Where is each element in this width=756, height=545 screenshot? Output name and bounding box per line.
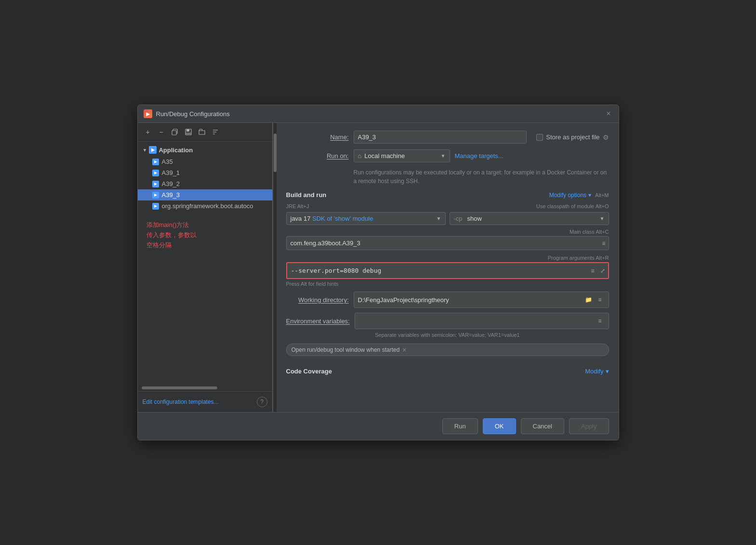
sidebar-scrollbar[interactable] (142, 386, 218, 389)
main-class-file-btn[interactable]: ≡ (599, 238, 608, 249)
cp-select[interactable]: -cp show ▼ (450, 212, 609, 225)
press-alt-hint: Press Alt for field hints (286, 281, 609, 287)
annotation-box: 添加main()方法 传入参数，参数以 空格分隔 (143, 216, 267, 254)
sort-config-button[interactable] (210, 127, 221, 137)
copy-config-button[interactable] (170, 127, 180, 137)
remove-config-button[interactable]: − (156, 127, 167, 137)
program-args-expand-btn[interactable]: ⤢ (597, 266, 608, 276)
sidebar-item-spring[interactable]: ▶ org.springframework.boot.autoco (138, 200, 272, 212)
modify-options-area: Modify options ▾ Alt+M (549, 192, 609, 199)
env-vars-file-btn[interactable]: ≡ (595, 316, 604, 326)
sidebar-tree: ▼ ▶ Application ▶ A35 ▶ A39_1 ▶ A39_2 (138, 142, 272, 385)
chip-close-button[interactable]: × (402, 346, 406, 354)
run-debug-dialog: ▶ Run/Debug Configurations × + − (137, 105, 619, 440)
modify-link-chevron: ▾ (606, 368, 609, 375)
sidebar-item-a39-1[interactable]: ▶ A39_1 (138, 167, 272, 178)
main-class-input[interactable] (287, 237, 599, 250)
working-dir-file-btn[interactable]: ≡ (595, 294, 604, 305)
apply-button[interactable]: Apply (569, 418, 609, 434)
name-section: Name: (286, 131, 527, 144)
sdk-dropdown-arrow: ▼ (437, 216, 441, 221)
save-config-button[interactable] (183, 127, 194, 137)
working-dir-label: Working directory: (286, 296, 349, 304)
sidebar-scroll-thumb[interactable] (274, 133, 277, 172)
help-button[interactable]: ? (257, 397, 267, 407)
add-config-button[interactable]: + (143, 127, 153, 137)
open-tool-window-chip: Open run/debug tool window when started … (286, 344, 609, 356)
modify-options-link[interactable]: Modify options ▾ (549, 192, 591, 199)
tree-group-application[interactable]: ▼ ▶ Application (138, 144, 272, 156)
manage-targets-link[interactable]: Manage targets... (455, 152, 504, 160)
sidebar-item-a39-3[interactable]: ▶ A39_3 (138, 189, 272, 200)
dialog-body: + − (138, 123, 619, 412)
run-button[interactable]: Run (442, 418, 478, 434)
cancel-button[interactable]: Cancel (521, 418, 564, 434)
program-args-hint-row: Program arguments Alt+R (286, 254, 609, 261)
item-label: A39_3 (162, 191, 180, 199)
store-section: Store as project file ⚙ (536, 133, 609, 141)
env-vars-label: Environment variables: (286, 318, 350, 325)
annotation-line1: 添加main()方法 (146, 220, 264, 230)
item-label: org.springframework.boot.autoco (162, 202, 253, 210)
code-coverage-modify-link[interactable]: Modify ▾ (585, 368, 609, 375)
modify-options-text: Modify options (549, 192, 586, 199)
title-bar: ▶ Run/Debug Configurations × (138, 105, 619, 123)
sidebar-item-a39-2[interactable]: ▶ A39_2 (138, 178, 272, 189)
name-store-row: Name: Store as project file ⚙ (286, 131, 609, 144)
code-coverage-label: Code Coverage (286, 368, 332, 375)
run-on-dropdown-arrow: ▼ (441, 153, 446, 159)
home-icon: ⌂ (358, 152, 362, 160)
name-label: Name: (286, 133, 349, 141)
working-dir-input: D:\FengJavaProject\springtheory 📁 ≡ (354, 292, 609, 308)
run-on-select[interactable]: ⌂ Local machine ▼ (354, 149, 450, 162)
folder-config-button[interactable] (197, 127, 207, 137)
close-button[interactable]: × (604, 109, 612, 119)
dialog-footer: Run OK Cancel Apply (138, 412, 619, 440)
main-panel: Name: Store as project file ⚙ Run on: ⌂ … (277, 123, 619, 412)
name-input[interactable] (354, 131, 527, 144)
cp-value: show (465, 215, 597, 222)
main-class-hint: Main class Alt+C (570, 229, 609, 235)
hints-row: JRE Alt+J Use classpath of module Alt+O (286, 203, 609, 211)
sidebar-footer: Edit configuration templates... ? (138, 391, 272, 412)
program-args-input[interactable] (287, 263, 588, 278)
svg-rect-3 (186, 129, 189, 132)
gear-icon[interactable]: ⚙ (603, 133, 609, 141)
modify-shortcut-hint: Alt+M (595, 192, 609, 198)
run-on-description: Run configurations may be executed local… (354, 168, 609, 186)
svg-rect-1 (172, 131, 176, 135)
run-on-row: Run on: ⌂ Local machine ▼ Manage targets… (286, 149, 609, 162)
item-label: A39_1 (162, 169, 180, 176)
working-dir-folder-btn[interactable]: 📁 (582, 294, 595, 305)
store-project-checkbox[interactable] (536, 134, 543, 141)
env-vars-input[interactable]: ≡ (355, 313, 609, 329)
local-machine-text: Local machine (364, 152, 438, 160)
group-chevron: ▼ (143, 147, 147, 153)
app-icon: ▶ (144, 109, 152, 118)
sdk-select[interactable]: java 17 SDK of 'show' module ▼ (286, 212, 446, 225)
sidebar-toolbar: + − (138, 123, 272, 142)
edit-templates-link[interactable]: Edit configuration templates... (143, 399, 219, 405)
item-icon: ▶ (152, 159, 159, 165)
ok-button[interactable]: OK (483, 418, 516, 434)
item-label: A39_2 (162, 180, 180, 187)
modify-link-text: Modify (585, 368, 603, 375)
working-dir-row: Working directory: D:\FengJavaProject\sp… (286, 292, 609, 308)
main-class-row: ≡ (286, 236, 609, 250)
item-icon: ▶ (152, 170, 159, 176)
sidebar: + − (138, 123, 273, 412)
program-args-hint: Program arguments Alt+R (548, 255, 609, 261)
env-vars-row: Environment variables: ≡ (286, 313, 609, 329)
group-icon: ▶ (149, 146, 157, 154)
dialog-title: Run/Debug Configurations (156, 110, 230, 118)
sidebar-item-a35[interactable]: ▶ A35 (138, 156, 272, 167)
working-dir-value: D:\FengJavaProject\springtheory (358, 296, 583, 304)
code-coverage-row: Code Coverage Modify ▾ (286, 368, 609, 375)
annotation-line3: 空格分隔 (146, 240, 264, 251)
program-args-file-btn[interactable]: ≡ (588, 266, 597, 276)
jre-hint: JRE Alt+J (286, 203, 309, 209)
build-run-header: Build and run Modify options ▾ Alt+M (286, 191, 609, 199)
chip-label: Open run/debug tool window when started (292, 346, 400, 353)
title-bar-left: ▶ Run/Debug Configurations (144, 109, 230, 118)
cp-dropdown-arrow: ▼ (600, 216, 605, 221)
